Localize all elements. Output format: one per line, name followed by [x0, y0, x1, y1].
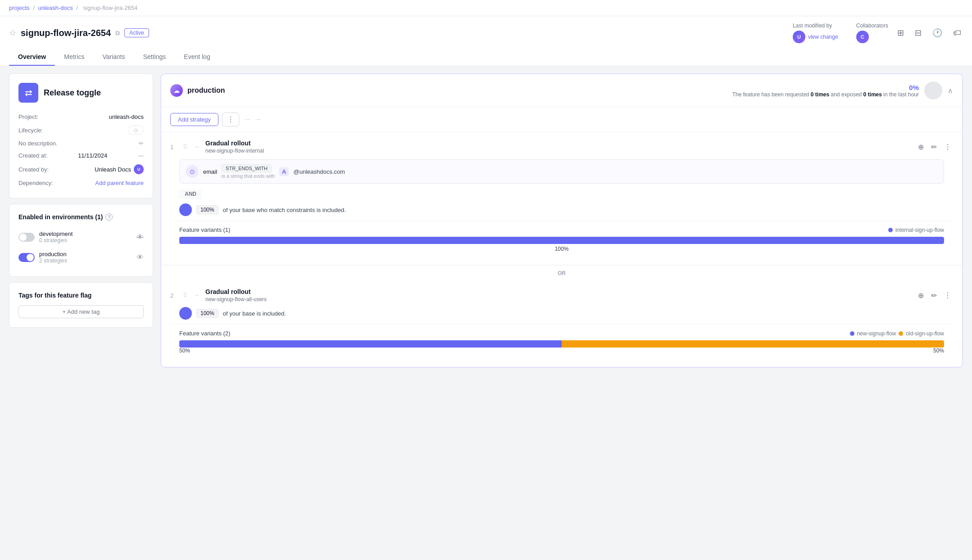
constraint-a-icon: A [279, 167, 289, 176]
strategy-1-edit-icon[interactable]: ✏ [929, 141, 939, 153]
strategy-actions: Add strategy ⋮ → → [161, 107, 962, 132]
strategy-1-sub: new-signup-flow-internal [205, 148, 911, 154]
env-panel-name: production [187, 86, 225, 95]
created-at-action-icon[interactable]: — [138, 152, 144, 159]
export-icon[interactable]: ⊟ [913, 26, 923, 40]
copy-icon[interactable]: ⧉ [115, 29, 120, 37]
or-separator: OR [161, 265, 962, 281]
production-strategies: 2 strategies [39, 257, 67, 264]
variant-legend-1: internal-sign-up-flow [888, 227, 944, 233]
constraint-row-1: ⊙ email STR_ENDS_WITH is a string that e… [179, 159, 944, 184]
env-percent: 0% [732, 84, 919, 91]
drag-handle-icon-2[interactable]: ⠿ [183, 292, 187, 299]
strategy-2-add-icon[interactable]: ⊕ [916, 289, 926, 302]
rollout-row-1: 100% of your base who match constraints … [179, 203, 944, 216]
breadcrumb: projects / unleash-docs / signup-flow-ji… [0, 0, 972, 16]
tag-icon[interactable]: 🏷 [951, 27, 963, 40]
constraint-op-sub: is a string that ends with [222, 173, 275, 179]
and-label-1: AND [170, 189, 953, 199]
collaborators-label: Collaborators [856, 23, 888, 29]
add-tag-button[interactable]: + Add new tag [18, 305, 144, 318]
header-meta: Last modified by U view change Collabora… [793, 23, 888, 43]
more-options-button[interactable]: ⋮ [222, 113, 239, 126]
created-by-label: Created by: [18, 166, 49, 173]
environments-card: Enabled in environments (1) ? developmen… [9, 204, 153, 277]
constraint-icon: ⊙ [186, 165, 199, 178]
page-title: signup-flow-jira-2654 [21, 28, 111, 38]
strategy-2-buttons: ⊕ ✏ ⋮ [916, 289, 953, 302]
tags-title: Tags for this feature flag [18, 292, 144, 299]
production-toggle[interactable] [18, 253, 35, 262]
tags-card: Tags for this feature flag + Add new tag [9, 282, 153, 328]
variants-header-2: Feature variants (2) new-signup-flow old… [179, 330, 944, 337]
dependency-row: Dependency: Add parent feature [18, 177, 144, 189]
project-value: unleash-docs [109, 113, 144, 120]
constraint-op: STR_ENDS_WITH [222, 164, 272, 172]
tab-variants[interactable]: Variants [93, 49, 134, 66]
strategy-2-edit-icon[interactable]: ✏ [929, 289, 939, 302]
strategy-1-num: 1 [170, 144, 177, 150]
variants-label-2: Feature variants (2) [179, 330, 230, 337]
rollout-text-2: of your base is included. [223, 310, 286, 317]
lifecycle-label: Lifecycle: [18, 127, 43, 134]
env-row-development: development 0 strategies 👁 [18, 227, 144, 247]
production-visibility-icon[interactable]: 👁 [136, 253, 144, 262]
clock-icon[interactable]: 🕐 [931, 26, 944, 40]
env-panel-avatar [924, 81, 942, 99]
drag-handle-icon[interactable]: ⠿ [183, 143, 187, 150]
toggle-type-icon: ⇄ [18, 83, 38, 103]
dependency-label: Dependency: [18, 180, 53, 186]
tab-metrics[interactable]: Metrics [55, 49, 93, 66]
strategy-1-name: Gradual rollout [205, 140, 911, 147]
toggle-title: Release toggle [44, 88, 101, 98]
star-icon[interactable]: ☆ [9, 28, 16, 38]
lifecycle-row: Lifecycle: ◇ [18, 123, 144, 137]
variants-header-1: Feature variants (1) internal-sign-up-fl… [179, 226, 944, 233]
legend-dot-new [850, 331, 854, 336]
env-panel-header: ☁ production 0% The feature has been req… [161, 74, 962, 107]
strategy-row-2: 2 ⠿ → Gradual rollout new-signup-flow-al… [161, 281, 962, 367]
add-parent-feature-link[interactable]: Add parent feature [95, 180, 144, 186]
add-strategy-button[interactable]: Add strategy [170, 113, 218, 126]
legend-dot-old [899, 331, 903, 336]
strategy-1-buttons: ⊕ ✏ ⋮ [916, 141, 953, 153]
strategy-1-add-icon[interactable]: ⊕ [916, 141, 926, 153]
breadcrumb-current: signup-flow-jira-2654 [83, 5, 138, 11]
strategy-1-more-icon[interactable]: ⋮ [942, 141, 953, 153]
created-at-label: Created at: [18, 152, 47, 159]
variants-section-1: Feature variants (1) internal-sign-up-fl… [170, 221, 953, 257]
breadcrumb-projects[interactable]: projects [9, 5, 30, 11]
development-toggle[interactable] [18, 233, 35, 242]
development-visibility-icon[interactable]: 👁 [136, 233, 144, 241]
no-description-text: No description. [18, 140, 58, 147]
progress-labels-1: 100% [179, 246, 944, 252]
import-icon[interactable]: ⊞ [895, 26, 906, 40]
arrow-left-icon[interactable]: → [243, 115, 251, 124]
view-change-link[interactable]: view change [808, 34, 838, 40]
strategy-2-more-icon[interactable]: ⋮ [942, 289, 953, 302]
tab-overview[interactable]: Overview [9, 49, 55, 66]
legend-dot-internal [888, 228, 893, 232]
env-panel-icon: ☁ [170, 84, 183, 97]
split-labels-2: 50% 50% [179, 348, 944, 354]
strategy-2-name: Gradual rollout [205, 288, 911, 295]
tab-event-log[interactable]: Event log [175, 49, 219, 66]
description-row: No description. ✏ [18, 137, 144, 149]
last-modified-section: Last modified by U view change [793, 23, 838, 43]
edit-description-icon[interactable]: ✏ [139, 140, 144, 147]
project-row: Project: unleash-docs [18, 111, 144, 123]
legend-name-new: new-signup-flow [857, 330, 896, 337]
strategy-1-info: Gradual rollout new-signup-flow-internal [205, 140, 911, 154]
rollout-text-1: of your base who match constraints is in… [223, 207, 346, 213]
created-by-row: Created by: Unleash Docs U [18, 162, 144, 177]
split-yellow [562, 340, 944, 348]
environments-title: Enabled in environments (1) ? [18, 213, 144, 221]
progress-bar-fill-1 [179, 237, 944, 244]
modifier-avatar: U [793, 31, 805, 43]
breadcrumb-unleash-docs[interactable]: unleash-docs [38, 5, 73, 11]
legend-name-old: old-sign-up-flow [906, 330, 944, 337]
collapse-icon[interactable]: ∧ [948, 86, 953, 95]
arrow-right-icon[interactable]: → [254, 115, 262, 124]
tab-settings[interactable]: Settings [134, 49, 175, 66]
environments-help-icon[interactable]: ? [105, 213, 113, 221]
